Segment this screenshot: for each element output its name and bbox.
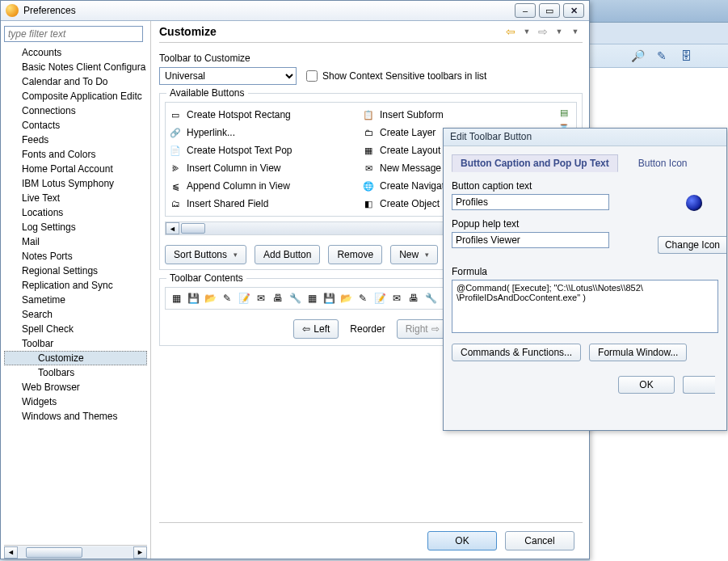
scroll-right-button[interactable]: ► [133, 546, 147, 559]
tree-item[interactable]: IBM Lotus Symphony [4, 176, 147, 191]
tool-icon[interactable]: 🔧 [423, 291, 438, 306]
edit-cancel-button[interactable] [683, 376, 715, 394]
available-button-item[interactable]: 📋Insert Subform [362, 106, 555, 124]
toolbar-combo[interactable]: Universal [159, 67, 297, 85]
tree-item[interactable]: Search [4, 307, 147, 322]
formula-textarea[interactable]: @Command( [Execute]; "C:\\Lotus\\Notes\\… [452, 280, 718, 333]
tree-item[interactable]: Replication and Sync [4, 278, 147, 293]
commands-functions-button[interactable]: Commands & Functions... [452, 344, 581, 361]
maximize-button[interactable]: ▭ [539, 3, 560, 18]
tree-item[interactable]: Calendar and To Do [4, 74, 147, 89]
db-icon[interactable]: 🗄 [679, 49, 693, 63]
tab-caption[interactable]: Button Caption and Pop Up Text [452, 154, 618, 172]
save-icon[interactable]: 💾 [186, 291, 200, 306]
close-button[interactable]: ✕ [563, 3, 584, 18]
nav-back-icon[interactable]: ⇦ [503, 24, 518, 39]
show-context-checkbox[interactable] [306, 70, 318, 82]
mail-icon[interactable]: ✉ [389, 291, 404, 306]
formula-window-button[interactable]: Formula Window... [589, 344, 687, 361]
tree-item[interactable]: Basic Notes Client Configura [4, 60, 147, 74]
arrow-left-icon: ⇦ [302, 323, 310, 335]
preferences-titlebar[interactable]: Preferences – ▭ ✕ [1, 1, 589, 21]
tree-item[interactable]: Sametime [4, 293, 147, 307]
tab-icon[interactable]: Button Icon [629, 154, 696, 172]
tree-item[interactable]: Mail [4, 234, 147, 249]
edit-dialog-title[interactable]: Edit Toolbar Button [444, 129, 726, 146]
button-icon-preview [686, 195, 702, 211]
tree-item[interactable]: Contacts [4, 118, 147, 133]
tree-item[interactable]: Widgets [4, 394, 147, 409]
edit-icon[interactable]: ✎ [356, 291, 370, 306]
mail-icon[interactable]: ✉ [254, 291, 268, 306]
print-icon[interactable]: 🖶 [406, 291, 421, 306]
remove-button[interactable]: Remove [328, 245, 382, 264]
tree-item[interactable]: Fonts and Colors [4, 147, 147, 162]
tree-item[interactable]: Accounts [4, 45, 147, 60]
window-title: Preferences [23, 5, 76, 16]
available-button-item[interactable]: 🗂Insert Shared Field [169, 195, 362, 213]
tool-icon[interactable]: 🔧 [288, 291, 302, 306]
tree-item[interactable]: Live Text [4, 191, 147, 205]
nav-back-menu-icon[interactable]: ▼ [520, 24, 534, 39]
edit-icon[interactable]: ✎ [220, 291, 234, 306]
cancel-button[interactable]: Cancel [505, 531, 574, 550]
available-button-item[interactable]: ▭Create Hotspot Rectang [169, 106, 362, 124]
tool-icon[interactable]: ▦ [305, 291, 319, 306]
edit-tabbar: Button Caption and Pop Up Text Button Ic… [452, 154, 718, 172]
minimize-button[interactable]: – [515, 3, 536, 18]
tree-item[interactable]: Notes Ports [4, 249, 147, 264]
preferences-tree[interactable]: Accounts Basic Notes Client Configura Ca… [4, 45, 147, 545]
save-icon[interactable]: 💾 [322, 291, 336, 306]
tree-horizontal-scrollbar[interactable]: ◄ ► [4, 545, 147, 559]
reorder-left-button[interactable]: ⇦Left [293, 319, 339, 339]
caption-input[interactable] [452, 194, 609, 210]
print-icon[interactable]: 🖶 [271, 291, 285, 306]
toolbar-to-customize-label: Toolbar to Customize [159, 53, 583, 64]
available-button-item[interactable]: ⫸Insert Column in View [169, 159, 362, 177]
ok-button[interactable]: OK [427, 531, 497, 550]
nav-forward-icon[interactable]: ⇨ [536, 24, 550, 39]
tree-item[interactable]: Feeds [4, 133, 147, 147]
tree-item[interactable]: Windows and Themes [4, 409, 147, 424]
scroll-thumb[interactable] [26, 547, 82, 558]
edit-doc-icon[interactable]: 📝 [237, 291, 251, 306]
available-button-item[interactable]: 📄Create Hotspot Text Pop [169, 141, 362, 159]
scroll-track[interactable] [18, 546, 133, 559]
tool-icon[interactable]: ▦ [169, 291, 183, 306]
page-title: Customize [159, 25, 217, 38]
tree-item[interactable]: Connections [4, 103, 147, 118]
edit-icon[interactable]: ✎ [654, 49, 669, 63]
add-button-button[interactable]: Add Button [255, 245, 320, 264]
edit-doc-icon[interactable]: 📝 [372, 291, 387, 306]
nav-menu-icon[interactable]: ▼ [568, 24, 583, 39]
tree-item[interactable]: Regional Settings [4, 264, 147, 278]
available-button-item[interactable]: 🔗Hyperlink... [169, 124, 362, 141]
edit-ok-button[interactable]: OK [618, 376, 675, 394]
edit-dialog-footer: OK [452, 376, 718, 394]
binoculars-icon[interactable]: 🔎 [630, 49, 645, 63]
popup-input[interactable] [452, 232, 609, 248]
tree-item[interactable]: Log Settings [4, 220, 147, 234]
tree-item[interactable]: Home Portal Account [4, 162, 147, 176]
tree-item-toolbar[interactable]: Toolbar [4, 336, 147, 351]
change-icon-button[interactable]: Change Icon [658, 236, 726, 254]
nav-forward-menu-icon[interactable]: ▼ [552, 24, 566, 39]
tree-item-customize[interactable]: Customize [4, 351, 147, 365]
new-button[interactable]: New [390, 245, 438, 264]
filter-input[interactable] [4, 26, 143, 42]
scroll-thumb[interactable] [181, 223, 205, 234]
tree-item[interactable]: Spell Check [4, 322, 147, 336]
text-pop-icon: 📄 [169, 144, 182, 157]
folder-open-icon[interactable]: 📂 [339, 291, 353, 306]
tree-item[interactable]: Locations [4, 205, 147, 220]
tree-item-toolbars[interactable]: Toolbars [4, 365, 147, 380]
tree-item[interactable]: Web Browser [4, 380, 147, 394]
reorder-right-button[interactable]: Right⇨ [397, 319, 448, 339]
scroll-left-button[interactable]: ◄ [166, 222, 179, 234]
tree-item[interactable]: Composite Application Editc [4, 89, 147, 103]
folder-open-icon[interactable]: 📂 [203, 291, 217, 306]
available-button-item[interactable]: ⫹Append Column in View [169, 177, 362, 195]
sort-buttons-button[interactable]: Sort Buttons [165, 245, 246, 264]
popup-label: Popup help text [452, 218, 718, 230]
scroll-left-button[interactable]: ◄ [4, 546, 18, 559]
